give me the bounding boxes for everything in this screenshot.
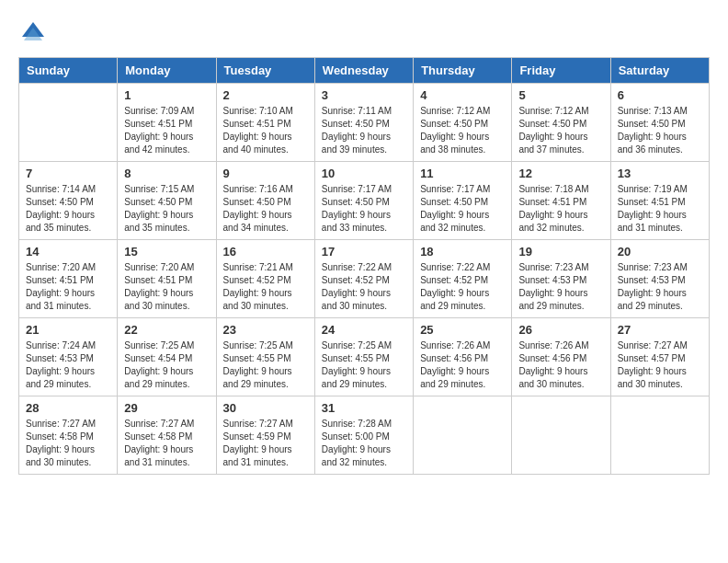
calendar-cell: 3Sunrise: 7:11 AMSunset: 4:50 PMDaylight… — [314, 84, 413, 162]
cell-info: Sunrise: 7:26 AMSunset: 4:56 PMDaylight:… — [518, 339, 603, 391]
calendar-cell — [19, 84, 118, 162]
calendar-cell: 4Sunrise: 7:12 AMSunset: 4:50 PMDaylight… — [414, 84, 512, 162]
col-header-friday: Friday — [512, 58, 610, 84]
calendar-header-row: SundayMondayTuesdayWednesdayThursdayFrid… — [19, 58, 710, 84]
cell-info: Sunrise: 7:25 AMSunset: 4:55 PMDaylight:… — [223, 339, 308, 391]
calendar-cell: 5Sunrise: 7:12 AMSunset: 4:50 PMDaylight… — [512, 84, 610, 162]
cell-info: Sunrise: 7:20 AMSunset: 4:51 PMDaylight:… — [26, 261, 110, 313]
cell-info: Sunrise: 7:22 AMSunset: 4:52 PMDaylight:… — [322, 261, 406, 313]
cell-day-number: 3 — [322, 88, 406, 102]
calendar-cell: 22Sunrise: 7:25 AMSunset: 4:54 PMDayligh… — [118, 318, 216, 396]
cell-info: Sunrise: 7:24 AMSunset: 4:53 PMDaylight:… — [26, 339, 110, 391]
cell-info: Sunrise: 7:27 AMSunset: 4:58 PMDaylight:… — [26, 418, 110, 469]
cell-day-number: 20 — [618, 245, 702, 259]
cell-day-number: 4 — [420, 88, 505, 102]
calendar-cell: 2Sunrise: 7:10 AMSunset: 4:51 PMDaylight… — [216, 84, 314, 162]
cell-day-number: 11 — [420, 167, 505, 180]
cell-info: Sunrise: 7:13 AMSunset: 4:50 PMDaylight:… — [618, 105, 702, 156]
cell-info: Sunrise: 7:17 AMSunset: 4:50 PMDaylight:… — [420, 183, 505, 235]
calendar-week-3: 14Sunrise: 7:20 AMSunset: 4:51 PMDayligh… — [19, 240, 710, 318]
calendar-cell: 16Sunrise: 7:21 AMSunset: 4:52 PMDayligh… — [216, 240, 314, 318]
cell-info: Sunrise: 7:17 AMSunset: 4:50 PMDaylight:… — [322, 183, 406, 235]
logo — [18, 18, 51, 48]
calendar-cell: 23Sunrise: 7:25 AMSunset: 4:55 PMDayligh… — [216, 318, 314, 396]
cell-info: Sunrise: 7:27 AMSunset: 4:58 PMDaylight:… — [124, 418, 209, 469]
calendar-cell: 30Sunrise: 7:27 AMSunset: 4:59 PMDayligh… — [216, 396, 314, 475]
cell-info: Sunrise: 7:25 AMSunset: 4:55 PMDaylight:… — [322, 339, 406, 391]
calendar-cell — [414, 396, 512, 475]
calendar-week-5: 28Sunrise: 7:27 AMSunset: 4:58 PMDayligh… — [19, 396, 710, 475]
cell-day-number: 31 — [322, 401, 406, 415]
logo-icon — [18, 18, 48, 48]
cell-info: Sunrise: 7:22 AMSunset: 4:52 PMDaylight:… — [420, 261, 505, 313]
col-header-wednesday: Wednesday — [314, 58, 413, 84]
col-header-saturday: Saturday — [610, 58, 709, 84]
calendar-cell: 14Sunrise: 7:20 AMSunset: 4:51 PMDayligh… — [19, 240, 118, 318]
calendar-cell: 15Sunrise: 7:20 AMSunset: 4:51 PMDayligh… — [118, 240, 216, 318]
cell-info: Sunrise: 7:09 AMSunset: 4:51 PMDaylight:… — [124, 105, 209, 156]
calendar-cell: 1Sunrise: 7:09 AMSunset: 4:51 PMDaylight… — [118, 84, 216, 162]
cell-info: Sunrise: 7:11 AMSunset: 4:50 PMDaylight:… — [322, 105, 406, 156]
cell-day-number: 6 — [618, 88, 702, 102]
calendar-cell: 6Sunrise: 7:13 AMSunset: 4:50 PMDaylight… — [610, 84, 709, 162]
calendar-cell: 8Sunrise: 7:15 AMSunset: 4:50 PMDaylight… — [118, 162, 216, 240]
cell-info: Sunrise: 7:18 AMSunset: 4:51 PMDaylight:… — [518, 183, 603, 235]
calendar-cell: 27Sunrise: 7:27 AMSunset: 4:57 PMDayligh… — [610, 318, 709, 396]
cell-info: Sunrise: 7:20 AMSunset: 4:51 PMDaylight:… — [124, 261, 209, 313]
cell-day-number: 23 — [223, 323, 308, 337]
cell-day-number: 21 — [26, 323, 110, 337]
cell-info: Sunrise: 7:15 AMSunset: 4:50 PMDaylight:… — [124, 183, 209, 235]
cell-day-number: 8 — [124, 167, 209, 180]
cell-day-number: 27 — [618, 323, 702, 337]
calendar-week-4: 21Sunrise: 7:24 AMSunset: 4:53 PMDayligh… — [19, 318, 710, 396]
col-header-thursday: Thursday — [414, 58, 512, 84]
cell-info: Sunrise: 7:10 AMSunset: 4:51 PMDaylight:… — [223, 105, 308, 156]
calendar-cell: 28Sunrise: 7:27 AMSunset: 4:58 PMDayligh… — [19, 396, 118, 475]
col-header-monday: Monday — [118, 58, 216, 84]
calendar-table: SundayMondayTuesdayWednesdayThursdayFrid… — [18, 57, 710, 475]
cell-info: Sunrise: 7:27 AMSunset: 4:57 PMDaylight:… — [618, 339, 702, 391]
cell-info: Sunrise: 7:28 AMSunset: 5:00 PMDaylight:… — [322, 418, 406, 469]
calendar-cell: 20Sunrise: 7:23 AMSunset: 4:53 PMDayligh… — [610, 240, 709, 318]
calendar-cell: 12Sunrise: 7:18 AMSunset: 4:51 PMDayligh… — [512, 162, 610, 240]
cell-info: Sunrise: 7:27 AMSunset: 4:59 PMDaylight:… — [223, 418, 308, 469]
cell-day-number: 26 — [518, 323, 603, 337]
cell-day-number: 22 — [124, 323, 209, 337]
cell-day-number: 29 — [124, 401, 209, 415]
calendar-cell — [512, 396, 610, 475]
cell-info: Sunrise: 7:12 AMSunset: 4:50 PMDaylight:… — [420, 105, 505, 156]
calendar-cell: 25Sunrise: 7:26 AMSunset: 4:56 PMDayligh… — [414, 318, 512, 396]
cell-day-number: 30 — [223, 401, 308, 415]
cell-day-number: 15 — [124, 245, 209, 259]
calendar-cell: 7Sunrise: 7:14 AMSunset: 4:50 PMDaylight… — [19, 162, 118, 240]
cell-info: Sunrise: 7:26 AMSunset: 4:56 PMDaylight:… — [420, 339, 505, 391]
calendar-cell: 29Sunrise: 7:27 AMSunset: 4:58 PMDayligh… — [118, 396, 216, 475]
cell-day-number: 28 — [26, 401, 110, 415]
cell-day-number: 25 — [420, 323, 505, 337]
calendar-cell: 26Sunrise: 7:26 AMSunset: 4:56 PMDayligh… — [512, 318, 610, 396]
cell-day-number: 10 — [322, 167, 406, 180]
calendar-cell — [610, 396, 709, 475]
calendar-cell: 31Sunrise: 7:28 AMSunset: 5:00 PMDayligh… — [314, 396, 413, 475]
calendar-cell: 9Sunrise: 7:16 AMSunset: 4:50 PMDaylight… — [216, 162, 314, 240]
cell-info: Sunrise: 7:19 AMSunset: 4:51 PMDaylight:… — [618, 183, 702, 235]
cell-day-number: 17 — [322, 245, 406, 259]
cell-day-number: 7 — [26, 167, 110, 180]
calendar-cell: 10Sunrise: 7:17 AMSunset: 4:50 PMDayligh… — [314, 162, 413, 240]
calendar-cell: 21Sunrise: 7:24 AMSunset: 4:53 PMDayligh… — [19, 318, 118, 396]
cell-day-number: 2 — [223, 88, 308, 102]
calendar-cell: 17Sunrise: 7:22 AMSunset: 4:52 PMDayligh… — [314, 240, 413, 318]
cell-info: Sunrise: 7:23 AMSunset: 4:53 PMDaylight:… — [618, 261, 702, 313]
cell-day-number: 18 — [420, 245, 505, 259]
cell-info: Sunrise: 7:25 AMSunset: 4:54 PMDaylight:… — [124, 339, 209, 391]
cell-info: Sunrise: 7:12 AMSunset: 4:50 PMDaylight:… — [518, 105, 603, 156]
cell-day-number: 5 — [518, 88, 603, 102]
cell-info: Sunrise: 7:14 AMSunset: 4:50 PMDaylight:… — [26, 183, 110, 235]
calendar-cell: 18Sunrise: 7:22 AMSunset: 4:52 PMDayligh… — [414, 240, 512, 318]
calendar-week-1: 1Sunrise: 7:09 AMSunset: 4:51 PMDaylight… — [19, 84, 710, 162]
cell-info: Sunrise: 7:21 AMSunset: 4:52 PMDaylight:… — [223, 261, 308, 313]
calendar-cell: 11Sunrise: 7:17 AMSunset: 4:50 PMDayligh… — [414, 162, 512, 240]
cell-day-number: 13 — [618, 167, 702, 180]
cell-day-number: 14 — [26, 245, 110, 259]
cell-info: Sunrise: 7:16 AMSunset: 4:50 PMDaylight:… — [223, 183, 308, 235]
